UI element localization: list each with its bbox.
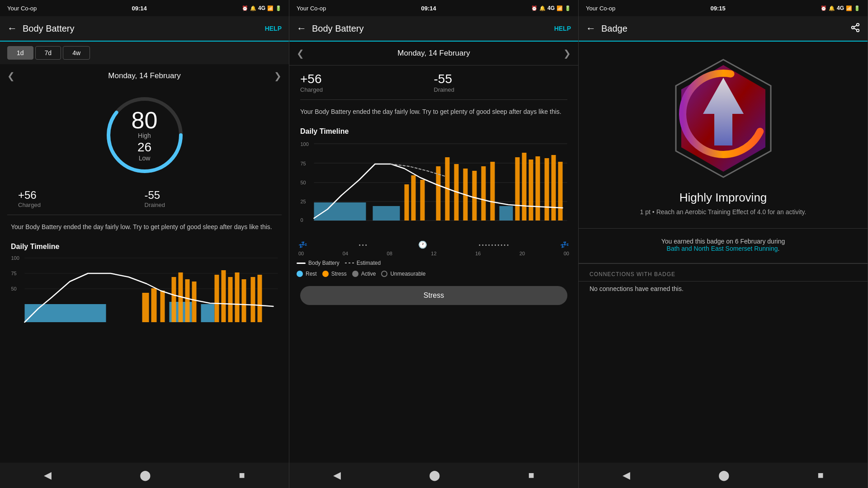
- top-bar-3: ← Badge: [579, 16, 868, 42]
- badge-divider: [579, 228, 868, 229]
- svg-rect-23: [251, 277, 255, 322]
- badge-desc-text: You earned this badge on 6 February duri…: [661, 238, 785, 245]
- svg-rect-54: [558, 162, 563, 221]
- svg-rect-40: [420, 180, 425, 221]
- svg-rect-47: [491, 162, 495, 221]
- svg-text:75: 75: [301, 161, 306, 166]
- back-nav-icon-2[interactable]: ◀: [333, 469, 341, 481]
- page-title-1: Body Battery: [23, 23, 265, 34]
- time-2: 09:14: [421, 5, 436, 12]
- page-title-2: Body Battery: [312, 23, 554, 34]
- svg-text:50: 50: [11, 286, 17, 291]
- stat-drained-1: -55 Drained: [145, 189, 271, 208]
- tab-1d[interactable]: 1d: [7, 46, 33, 60]
- page-title-3: Badge: [601, 23, 850, 34]
- back-nav-icon-1[interactable]: ◀: [44, 469, 52, 481]
- badge-title: Highly Improving: [679, 191, 767, 205]
- svg-rect-36: [373, 206, 400, 221]
- timeline-chart-1: 100 75 50: [7, 254, 282, 327]
- charged-value-1: +56: [18, 189, 145, 202]
- charged-value-2: +56: [300, 72, 434, 86]
- legend-battery: Body Battery: [297, 260, 340, 266]
- next-date-2[interactable]: ❯: [563, 48, 571, 59]
- carrier-2: Your Co-op: [297, 5, 326, 12]
- prev-date-2[interactable]: ❮: [297, 48, 304, 59]
- badge-description: You earned this badge on 6 February duri…: [648, 232, 798, 252]
- badge-period: .: [778, 245, 780, 252]
- stat-charged-2: +56 Charged: [300, 72, 434, 93]
- back-button-2[interactable]: ←: [297, 23, 307, 34]
- legend-row-2b: Rest Stress Active Unmeasurable: [289, 270, 578, 281]
- recent-nav-icon-2[interactable]: ■: [528, 469, 534, 481]
- help-button-1[interactable]: HELP: [265, 25, 282, 32]
- svg-rect-16: [185, 279, 190, 322]
- gauge-container-1: 80 High 26 Low: [0, 88, 289, 183]
- next-date-1[interactable]: ❯: [274, 70, 282, 81]
- svg-text:100: 100: [301, 141, 309, 147]
- status-bar-1: Your Co-op 09:14 ⏰ 🔔 4G 📶 🔋: [0, 0, 289, 16]
- time-16: 16: [475, 251, 481, 256]
- back-nav-icon-3[interactable]: ◀: [623, 469, 630, 481]
- home-nav-icon-2[interactable]: ⬤: [429, 469, 440, 481]
- home-nav-icon-3[interactable]: ⬤: [718, 469, 730, 481]
- gauge-low-label: Low: [132, 155, 158, 162]
- home-nav-icon-1[interactable]: ⬤: [140, 469, 151, 481]
- time-1: 09:14: [132, 5, 147, 12]
- svg-rect-48: [515, 157, 520, 221]
- back-button-3[interactable]: ←: [586, 23, 596, 34]
- stress-button[interactable]: Stress: [300, 286, 567, 305]
- svg-text:75: 75: [11, 271, 17, 276]
- time-12: 12: [431, 251, 436, 256]
- legend-unmeasurable-label: Unmeasurable: [390, 271, 425, 277]
- svg-rect-38: [405, 184, 409, 221]
- legend-battery-label: Body Battery: [308, 260, 340, 266]
- svg-line-59: [854, 25, 857, 27]
- svg-rect-52: [545, 158, 549, 221]
- sleep-icon-left: 💤: [298, 240, 307, 249]
- time-icon-row-2: 💤 • • • 🕐 • • • • • • • • • • 💤: [289, 240, 578, 251]
- recent-nav-icon-1[interactable]: ■: [239, 469, 245, 481]
- drained-value-2: -55: [434, 72, 568, 86]
- svg-rect-8: [25, 304, 106, 322]
- stats-row-2: +56 Charged -55 Drained: [289, 66, 578, 99]
- stat-drained-2: -55 Drained: [434, 72, 568, 93]
- svg-rect-13: [160, 291, 165, 322]
- badge-svg: [660, 55, 787, 182]
- timeline-chart-2: 100 75 50 25 0: [297, 139, 571, 239]
- help-button-2[interactable]: HELP: [554, 25, 571, 32]
- bottom-nav-1: ◀ ⬤ ■: [0, 463, 289, 488]
- tab-4w[interactable]: 4w: [63, 46, 90, 60]
- badge-link[interactable]: Bath and North East Somerset Running: [667, 245, 778, 252]
- recent-nav-icon-3[interactable]: ■: [817, 469, 823, 481]
- badge-content: Highly Improving 1 pt • Reach an Aerobic…: [579, 42, 868, 463]
- svg-rect-17: [192, 282, 197, 322]
- stats-row-1: +56 Charged -55 Drained: [7, 183, 282, 215]
- svg-rect-46: [481, 166, 486, 221]
- drained-value-1: -55: [145, 189, 271, 202]
- status-bar-2: Your Co-op 09:14 ⏰ 🔔 4G 📶 🔋: [289, 0, 578, 16]
- current-date-1: Monday, 14 February: [108, 71, 180, 80]
- back-button-1[interactable]: ←: [7, 23, 17, 34]
- legend-rest: Rest: [297, 271, 317, 277]
- svg-rect-11: [142, 293, 149, 322]
- svg-rect-14: [172, 277, 176, 322]
- legend-unmeasurable: Unmeasurable: [381, 271, 425, 277]
- time-3: 09:15: [711, 5, 726, 12]
- share-button[interactable]: [850, 23, 860, 35]
- charged-label-2: Charged: [300, 86, 434, 93]
- charged-label-1: Charged: [18, 202, 145, 208]
- bottom-nav-2: ◀ ⬤ ■: [289, 463, 578, 488]
- stat-charged-1: +56 Charged: [18, 189, 145, 208]
- share-icon: [850, 23, 860, 33]
- badge-subtitle: 1 pt • Reach an Aerobic Training Effect …: [622, 208, 825, 216]
- svg-rect-18: [215, 275, 219, 322]
- svg-rect-12: [151, 288, 157, 322]
- svg-rect-19: [222, 270, 226, 322]
- svg-rect-37: [500, 206, 513, 221]
- chart-area-1: 100 75 50: [0, 254, 289, 463]
- legend-active-label: Active: [361, 271, 376, 277]
- bottom-nav-3: ◀ ⬤ ■: [579, 463, 868, 488]
- tab-7d[interactable]: 7d: [35, 46, 61, 60]
- time-labels-2: 00 04 08 12 16 20 00: [289, 251, 578, 256]
- prev-date-1[interactable]: ❮: [7, 70, 15, 81]
